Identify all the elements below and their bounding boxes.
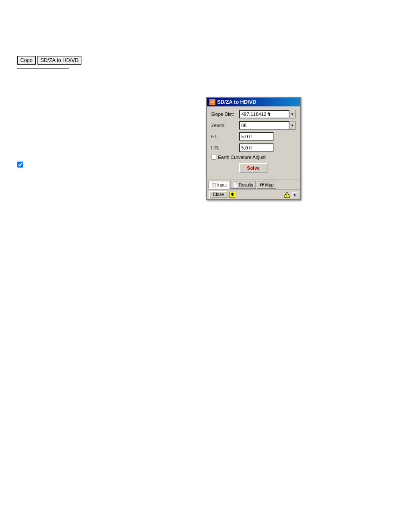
tab-map-label: Map (265, 183, 274, 187)
breadcrumb-cogo[interactable]: Cogo (17, 56, 36, 65)
earth-curvature-row: Earth Curvature Adjust (211, 155, 296, 160)
earth-curvature-label: Earth Curvature Adjust (218, 155, 266, 160)
results-tab-icon: 📄 (233, 182, 238, 187)
tab-map[interactable]: 🗺 Map (257, 181, 276, 189)
tab-results-label: Results (239, 183, 253, 187)
solve-button[interactable]: Solve (239, 163, 267, 173)
breadcrumb-current[interactable]: SD/ZA to HD/VD (37, 56, 82, 65)
zenith-input[interactable] (239, 121, 290, 130)
sdza-dialog: 🏠 SD/ZA to HD/VD Slope Dist: ▼ Zenith: ▼… (206, 97, 301, 200)
left-checkbox[interactable] (17, 162, 23, 168)
slope-dist-label: Slope Dist: (211, 112, 239, 117)
breadcrumb-underline (17, 68, 69, 68)
dialog-title-text: SD/ZA to HD/VD (217, 99, 256, 105)
slope-dist-row: Slope Dist: ▼ (211, 110, 296, 118)
zenith-label: Zenith: (211, 123, 239, 128)
hr-label: HR: (211, 145, 239, 150)
dialog-titlebar: 🏠 SD/ZA to HD/VD (207, 98, 300, 106)
dialog-title-icon: 🏠 (209, 99, 215, 105)
slope-dist-wrapper: ▼ (239, 110, 296, 118)
tab-results[interactable]: 📄 Results (230, 181, 255, 189)
hi-input[interactable] (239, 132, 274, 141)
svg-text:!: ! (286, 193, 287, 197)
dialog-footer: Close ✱ ! ▲ (207, 190, 300, 199)
tab-input[interactable]: 📋 Input (209, 181, 229, 189)
earth-curvature-checkbox[interactable] (211, 155, 216, 160)
hi-label: HI: (211, 134, 239, 139)
map-tab-icon: 🗺 (259, 182, 265, 187)
hr-input[interactable] (239, 143, 274, 152)
slope-dist-dropdown[interactable]: ▼ (290, 110, 296, 118)
zenith-row: Zenith: ▼ (211, 121, 296, 130)
zenith-dropdown[interactable]: ▼ (290, 121, 296, 130)
close-button[interactable]: Close (209, 191, 227, 198)
dialog-tabs: 📋 Input 📄 Results 🗺 Map (207, 180, 300, 190)
warning-area: ! (283, 191, 290, 198)
dialog-body: Slope Dist: ▼ Zenith: ▼ HI: HR: (207, 106, 300, 180)
input-tab-icon: 📋 (211, 182, 216, 187)
warning-icon: ! (283, 191, 290, 198)
star-button[interactable]: ✱ (229, 192, 235, 198)
scroll-up-button[interactable]: ▲ (292, 192, 297, 197)
tab-input-label: Input (217, 183, 227, 187)
hr-row: HR: (211, 143, 296, 152)
zenith-wrapper: ▼ (239, 121, 296, 130)
slope-dist-input[interactable] (239, 110, 290, 118)
hi-row: HI: (211, 132, 296, 141)
